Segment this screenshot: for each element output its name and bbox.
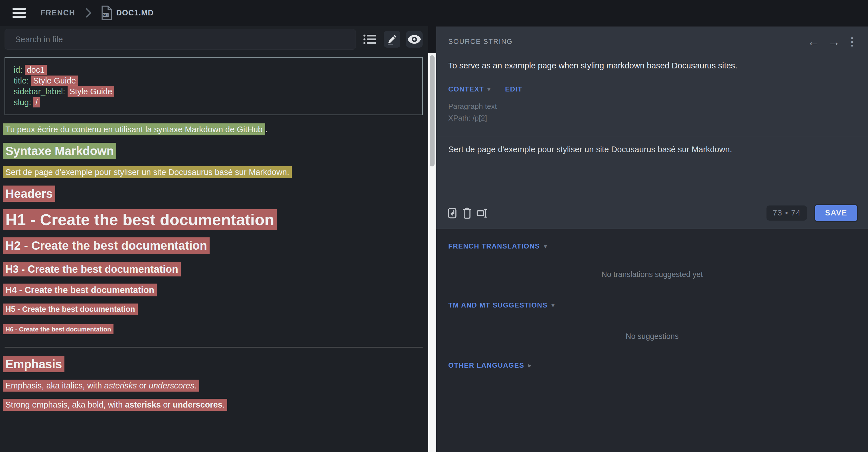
document-toolbar bbox=[0, 26, 428, 53]
character-counter: 73 • 74 bbox=[767, 205, 807, 221]
chevron-down-icon: ▾ bbox=[544, 243, 547, 250]
suggestions-empty-state: No suggestions bbox=[436, 332, 868, 341]
trash-icon bbox=[462, 207, 472, 220]
svg-text:M↓: M↓ bbox=[103, 13, 108, 17]
frontmatter-key: slug: bbox=[14, 98, 31, 107]
search-input[interactable] bbox=[5, 29, 356, 50]
source-string[interactable]: H5 - Create the best documentation bbox=[3, 303, 138, 315]
translation-input[interactable]: Sert de page d'exemple pour styliser un … bbox=[436, 137, 868, 204]
document-content-area: id: doc1title: Style Guidesidebar_label:… bbox=[0, 53, 428, 410]
source-string[interactable]: Sert de page d'exemple pour styliser un … bbox=[3, 166, 292, 178]
document-block: Syntaxe Markdown bbox=[3, 144, 423, 158]
source-string[interactable]: / bbox=[33, 97, 40, 107]
source-string[interactable]: H2 - Create the best documentation bbox=[3, 237, 210, 254]
unhighlighted-text: . bbox=[265, 125, 268, 134]
source-string-label: SOURCE STRING bbox=[448, 38, 513, 45]
source-string[interactable]: H1 - Create the best documentation bbox=[3, 209, 277, 230]
more-options-button[interactable]: ⋮ bbox=[846, 34, 858, 49]
source-string[interactable]: H3 - Create the best documentation bbox=[3, 262, 181, 277]
frontmatter-line: slug: / bbox=[14, 97, 413, 108]
source-string[interactable]: H4 - Create the best documentation bbox=[3, 284, 157, 296]
arrow-right-icon: → bbox=[828, 35, 840, 48]
horizontal-rule bbox=[5, 347, 423, 348]
string-list-view-button[interactable] bbox=[362, 31, 378, 47]
document-content: Tu peux écrire du contenu en utilisant l… bbox=[5, 125, 423, 410]
translation-panel: SOURCE STRING ← → ⋮ To serve as an examp… bbox=[436, 26, 868, 452]
edit-label: EDIT bbox=[505, 85, 522, 93]
next-string-button[interactable]: → bbox=[826, 34, 842, 49]
translation-editor: SOURCE STRING ← → ⋮ To serve as an examp… bbox=[436, 27, 868, 229]
arrow-left-icon: ← bbox=[807, 35, 820, 48]
source-string[interactable]: Style Guide bbox=[31, 75, 78, 86]
frontmatter-line: id: doc1 bbox=[14, 64, 413, 75]
document-block: Headers bbox=[3, 187, 423, 201]
pencil-icon bbox=[386, 34, 398, 45]
save-button[interactable]: SAVE bbox=[814, 204, 858, 222]
markdown-file-icon: M↓ bbox=[100, 5, 112, 21]
document-block: Emphasis bbox=[3, 357, 423, 372]
frontmatter-key: sidebar_label: bbox=[14, 87, 65, 96]
frontmatter-line: sidebar_label: Style Guide bbox=[14, 86, 413, 97]
document-panel: id: doc1title: Style Guidesidebar_label:… bbox=[0, 26, 428, 452]
document-block: Emphasis, aka italics, with asterisks or… bbox=[3, 381, 423, 391]
frontmatter-key: id: bbox=[14, 65, 23, 74]
source-string[interactable]: Emphasis bbox=[3, 356, 64, 372]
context-type: Paragraph text bbox=[448, 101, 856, 112]
text-cursor-icon bbox=[476, 207, 488, 220]
copy-icon bbox=[446, 207, 459, 220]
previous-string-button[interactable]: ← bbox=[805, 34, 822, 49]
chevron-down-icon: ▾ bbox=[552, 302, 555, 309]
section-tm-mt-suggestions[interactable]: TM AND MT SUGGESTIONS ▾ bbox=[436, 301, 868, 309]
breadcrumb-file[interactable]: M↓ DOC1.MD bbox=[100, 5, 154, 21]
source-string-text: To serve as an example page when styling… bbox=[436, 61, 868, 70]
app-window: FRENCH M↓ DOC1.MD bbox=[0, 0, 868, 452]
document-block: Sert de page d'exemple pour styliser un … bbox=[3, 168, 423, 177]
document-block: H1 - Create the best documentation bbox=[3, 211, 423, 229]
source-string[interactable]: H6 - Create the best documentation bbox=[3, 324, 114, 334]
translations-empty-state: No translations suggested yet bbox=[436, 270, 868, 279]
source-string[interactable]: Tu peux écrire du contenu en utilisant l… bbox=[3, 123, 265, 135]
source-string[interactable]: Emphasis, aka italics, with asterisks or… bbox=[3, 380, 199, 392]
document-block: Tu peux écrire du contenu en utilisant l… bbox=[3, 125, 423, 134]
chevron-right-icon: ▸ bbox=[528, 362, 532, 369]
scrollbar-thumb[interactable] bbox=[430, 55, 435, 166]
copy-source-button[interactable] bbox=[445, 206, 460, 221]
context-xpath: XPath: /p[2] bbox=[448, 112, 856, 124]
section-label: OTHER LANGUAGES bbox=[448, 361, 524, 369]
source-string[interactable]: Strong emphasis, aka bold, with asterisk… bbox=[3, 399, 227, 411]
edit-context-button[interactable]: EDIT bbox=[505, 85, 522, 93]
source-string[interactable]: Headers bbox=[3, 186, 55, 202]
breadcrumb-file-label: DOC1.MD bbox=[116, 8, 154, 18]
list-view-icon bbox=[363, 34, 377, 45]
frontmatter-box: id: doc1title: Style Guidesidebar_label:… bbox=[5, 57, 423, 115]
context-label: CONTEXT bbox=[448, 85, 484, 93]
editor-toolbar: 73 • 74 SAVE bbox=[436, 204, 868, 229]
context-info: Paragraph text XPath: /p[2] bbox=[436, 101, 868, 124]
left-panel-scrollbar[interactable] bbox=[428, 53, 436, 452]
section-label: FRENCH TRANSLATIONS bbox=[448, 242, 540, 250]
section-label: TM AND MT SUGGESTIONS bbox=[448, 301, 548, 309]
delete-translation-button[interactable] bbox=[460, 206, 474, 221]
kebab-menu-icon: ⋮ bbox=[847, 36, 858, 47]
chevron-down-icon: ▾ bbox=[487, 86, 491, 93]
edit-mode-button[interactable] bbox=[384, 31, 400, 47]
context-dropdown[interactable]: CONTEXT ▾ bbox=[448, 85, 491, 93]
source-string[interactable]: Style Guide bbox=[68, 86, 114, 97]
eye-icon bbox=[408, 35, 421, 44]
source-string[interactable]: Syntaxe Markdown bbox=[3, 143, 116, 159]
document-block: H2 - Create the best documentation bbox=[3, 239, 423, 253]
section-other-languages[interactable]: OTHER LANGUAGES ▸ bbox=[436, 361, 868, 369]
section-french-translations[interactable]: FRENCH TRANSLATIONS ▾ bbox=[436, 242, 868, 250]
document-block: H3 - Create the best documentation bbox=[3, 263, 423, 275]
document-block: H5 - Create the best documentation bbox=[3, 305, 423, 314]
frontmatter-line: title: Style Guide bbox=[14, 75, 413, 86]
source-string[interactable]: doc1 bbox=[25, 65, 47, 75]
document-block: Strong emphasis, aka bold, with asterisk… bbox=[3, 400, 423, 410]
document-block: H6 - Create the best documentation bbox=[3, 326, 423, 333]
frontmatter-key: title: bbox=[14, 76, 29, 85]
document-block: H4 - Create the best documentation bbox=[3, 285, 423, 295]
breadcrumb-project[interactable]: FRENCH bbox=[40, 8, 75, 18]
select-text-button[interactable] bbox=[474, 206, 489, 221]
preview-mode-button[interactable] bbox=[406, 31, 423, 47]
hamburger-menu-icon[interactable] bbox=[12, 8, 26, 18]
